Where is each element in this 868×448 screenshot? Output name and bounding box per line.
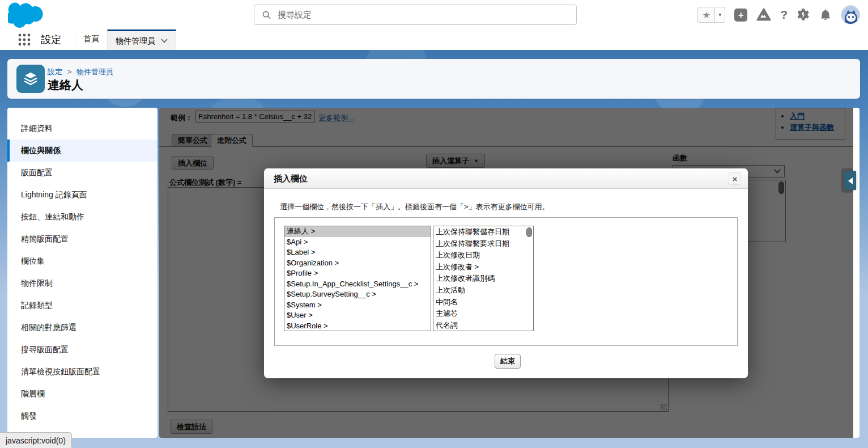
list-item[interactable]: $Profile >: [284, 268, 431, 279]
sidebar: 詳細資料 欄位與關係 版面配置 Lightning 記錄頁面 按鈕、連結和動作 …: [7, 108, 158, 438]
sidebar-item-compact-layouts[interactable]: 精簡版面配置: [7, 228, 158, 250]
list-item[interactable]: 上次保持聯繫要求日期: [433, 238, 533, 250]
help-icon[interactable]: ?: [780, 8, 788, 22]
sidebar-item-details[interactable]: 詳細資料: [7, 117, 158, 140]
list-item[interactable]: 上次保持聯繫儲存日期: [433, 226, 533, 238]
screen: 搜尋設定 ★ ▾ + ?: [0, 0, 868, 448]
sidebar-item-record-types[interactable]: 記錄類型: [7, 294, 158, 316]
object-icon: [16, 65, 45, 93]
sidebar-item-field-sets[interactable]: 欄位集: [7, 250, 158, 272]
chevron-down-icon: [161, 39, 168, 43]
chevron-left-icon: [848, 177, 853, 184]
trailhead-icon[interactable]: [756, 8, 771, 22]
sidebar-item-hierarchy-columns[interactable]: 階層欄: [7, 383, 158, 405]
sidebar-item-lightning-record-pages[interactable]: Lightning 記錄頁面: [7, 184, 158, 206]
list-item[interactable]: $User >: [284, 310, 431, 321]
sidebar-item-fields-relationships[interactable]: 欄位與關係: [7, 140, 158, 162]
breadcrumb: 設定 > 物件管理員: [48, 67, 113, 77]
tab-object-manager[interactable]: 物件管理員: [107, 29, 176, 50]
favorites-caret-icon[interactable]: ▾: [715, 7, 725, 23]
dialog-title: 插入欄位: [274, 174, 308, 184]
favorites-control: ★ ▾: [697, 7, 725, 23]
dialog-header: 插入欄位 ×: [264, 168, 748, 189]
list-item[interactable]: 主濾芯: [433, 308, 533, 320]
list-item[interactable]: $Setup.SurveySetting__c >: [284, 289, 431, 300]
sidebar-item-related-lookup-filters[interactable]: 相關的對應篩選: [7, 316, 158, 339]
search-placeholder: 搜尋設定: [278, 10, 312, 20]
list-item[interactable]: $UserRole >: [284, 321, 431, 332]
field-list-scrollbar-thumb[interactable]: [526, 227, 532, 237]
sidebar-item-page-layouts[interactable]: 版面配置: [7, 162, 158, 184]
list-item[interactable]: 代名詞: [433, 320, 533, 331]
salesforce-logo-icon: [8, 2, 45, 28]
tab-home[interactable]: 首頁: [75, 29, 107, 50]
list-item[interactable]: 連絡人 >: [284, 226, 431, 237]
collapse-panel-toggle[interactable]: [844, 171, 856, 190]
user-avatar[interactable]: [841, 5, 860, 24]
list-item[interactable]: $System >: [284, 300, 431, 311]
list-item[interactable]: 中間名: [433, 297, 533, 308]
sidebar-item-buttons-links-actions[interactable]: 按鈕、連結和動作: [7, 206, 158, 228]
list-item[interactable]: $Setup.In_App_Checklist_Settings__c >: [284, 279, 431, 290]
field-picker-container: 連絡人 > $Api > $Label > $Organization > $P…: [274, 217, 738, 346]
app-launcher-waffle-icon[interactable]: [17, 33, 33, 47]
insert-field-dialog: 插入欄位 × 選擇一個欄位，然後按一下「插入」。標籤後面有一個「>」表示有更多欄…: [264, 168, 748, 378]
field-listbox[interactable]: 上次保持聯繫儲存日期 上次保持聯繫要求日期 上次修改日期 上次修改者 > 上次修…: [433, 226, 534, 331]
breadcrumb-setup-link[interactable]: 設定: [48, 67, 62, 76]
global-header: 搜尋設定 ★ ▾ + ?: [0, 0, 868, 29]
search-icon: [262, 11, 271, 19]
status-bar-text: javascript:void(0): [6, 436, 66, 445]
tab-object-manager-label: 物件管理員: [116, 32, 155, 49]
sidebar-item-search-layouts[interactable]: 搜尋版面配置: [7, 339, 158, 361]
app-name: 設定: [41, 29, 61, 50]
setup-nav-bar: 設定 首頁 物件管理員: [0, 29, 868, 50]
sidebar-item-object-limits[interactable]: 物件限制: [7, 272, 158, 294]
field-source-listbox[interactable]: 連絡人 > $Api > $Label > $Organization > $P…: [284, 226, 431, 331]
list-item[interactable]: 上次修改日期: [433, 250, 533, 261]
header-icon-cluster: ★ ▾ + ?: [697, 0, 860, 29]
dialog-instruction: 選擇一個欄位，然後按一下「插入」。標籤後面有一個「>」表示有更多欄位可用。: [280, 202, 550, 212]
breadcrumb-separator: >: [67, 67, 72, 76]
setup-search-input[interactable]: 搜尋設定: [254, 5, 577, 25]
done-button[interactable]: 結束: [495, 354, 521, 369]
quick-create-icon[interactable]: +: [734, 9, 747, 22]
notifications-bell-icon[interactable]: [819, 8, 832, 22]
list-item[interactable]: 上次活動: [433, 285, 533, 297]
list-item[interactable]: $Api >: [284, 237, 431, 248]
status-bar: javascript:void(0): [0, 432, 72, 448]
list-item[interactable]: 上次修改者 >: [433, 261, 533, 273]
close-icon[interactable]: ×: [729, 172, 741, 185]
page-title: 連絡人: [48, 77, 83, 93]
setup-gear-icon[interactable]: [797, 8, 810, 22]
page-header: 設定 > 物件管理員 連絡人: [7, 59, 860, 99]
sidebar-item-triggers[interactable]: 觸發: [7, 405, 158, 427]
list-item[interactable]: $Label >: [284, 247, 431, 258]
list-item[interactable]: 上次修改者識別碼: [433, 273, 533, 285]
favorites-star-icon[interactable]: ★: [697, 7, 715, 23]
breadcrumb-object-manager-link[interactable]: 物件管理員: [76, 67, 113, 76]
list-item[interactable]: $Organization >: [284, 258, 431, 269]
sidebar-item-list-view-button-layout[interactable]: 清單檢視按鈕版面配置: [7, 361, 158, 383]
